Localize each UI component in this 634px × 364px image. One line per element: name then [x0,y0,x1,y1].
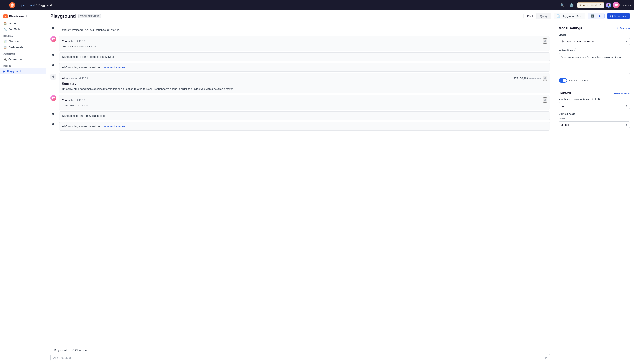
view-code-button[interactable]: { } View code [607,13,630,19]
context-fields-label: Context fields [559,112,630,116]
theme-toggle[interactable]: 🌓 [606,2,611,8]
breadcrumb-project[interactable]: Project [17,4,25,7]
user-message-1: TU You asked at 15:19 ⧉ Tell me about bo… [50,36,550,51]
instructions-label: Instructions ⓘ [559,48,630,52]
msg-ai-label2: AI [62,66,65,69]
view-code-label: View code [614,14,627,18]
document-sources-link2[interactable]: document sources [103,125,125,128]
sidebar-item-connectors[interactable]: 🔌 Connectors [0,56,46,62]
data-label: Data [596,14,601,18]
msg-text-user1: Tell me about books by Neal [62,44,547,49]
regenerate-button[interactable]: ↻ Regenerate [50,348,68,352]
model-settings-header: Model settings ✎ Manage [559,26,630,30]
citations-label: Include citations [569,79,589,82]
document-sources-link1[interactable]: document sources [103,66,125,69]
app-logo-icon: E [3,14,8,18]
sidebar-label-devtools: Dev Tools [8,28,20,31]
msg-ai-label3: AI [62,114,65,117]
msg-dot-ground2 [52,123,54,125]
docs-count-value: 10 [561,104,564,107]
learn-more-link[interactable]: Learn more ↗ [613,92,630,95]
msg-content-searching1: AI Searching "Tell me about books by Nea… [59,52,550,61]
viewer-dropdown[interactable]: viewer ▾ [621,4,632,7]
sidebar-section-content: Content [0,50,46,56]
author-select[interactable]: author ▾ [559,121,630,128]
connectors-icon: 🔌 [3,58,7,61]
playground-icon: ▶ [3,70,6,73]
citations-toggle-row: Include citations [559,78,630,83]
sidebar-item-playground[interactable]: ▶ Playground [0,68,46,74]
chat-input[interactable] [53,356,543,360]
docs-count-select[interactable]: 10 ▾ [559,102,630,109]
msg-content-grounding1: AI Grounding answer based on 1 document … [59,63,550,72]
playground-docs-button[interactable]: 📄 Playground Docs [554,13,585,19]
msg-text-ai1: I'm sorry, but I need more specific info… [62,87,547,91]
copy-button-ai1[interactable]: ⧉ [543,76,547,81]
external-link-icon2: ↗ [628,92,630,95]
doc-icon: 📄 [557,14,560,18]
elastic-logo [9,2,15,8]
main-layout: E Elasticsearch 🏠 Home 🔧 Dev Tools Kiban… [0,10,634,364]
ai-response-1: ⚙ AI responded at 15:19 126 / 16, [50,73,550,94]
msg-content-user2: You asked at 15:19 ⧉ The snow crash book [59,95,550,110]
user-avatar[interactable]: TU [613,2,620,8]
chat-messages: system Welcome! Ask a question to get st… [46,22,554,346]
manage-button[interactable]: ✎ Manage [616,27,630,30]
author-value: author [561,123,569,126]
regenerate-icon: ↻ [50,348,53,352]
model-select[interactable]: ⚙ OpenAI GPT-3.5 Turbo ▾ [559,38,630,45]
ai-searching-1: AI Searching "Tell me about books by Nea… [50,52,550,61]
context-section: Context Learn more ↗ Number of documents… [559,91,630,128]
chat-input-row: ➤ [50,354,550,362]
msg-ai-label4: AI [62,125,65,128]
ai-grounding-1: AI Grounding answer based on 1 document … [50,63,550,72]
nav-toggle-button[interactable]: ☰ [2,2,8,8]
page-title: Playground [50,14,76,19]
chat-area: system Welcome! Ask a question to get st… [46,22,554,364]
tech-preview-badge: TECH PREVIEW [78,14,101,18]
sidebar-item-discover[interactable]: 📊 Discover [0,38,46,44]
sidebar-label-dashboards: Dashboards [8,46,23,49]
msg-dot-ai2 [52,113,54,115]
devtools-icon: 🔧 [3,28,7,31]
chat-footer: ↻ Regenerate ↺ Clear chat ➤ [46,346,554,364]
msg-content-grounding2: AI Grounding answer based on 1 document … [59,122,550,131]
context-header: Context Learn more ↗ [559,91,630,95]
context-title: Context [559,91,571,95]
tab-chat[interactable]: Chat [524,14,536,19]
search-icon[interactable]: 🔍 [559,2,566,8]
msg-content-response1: AI responded at 15:19 126 / 16,385 token… [59,73,550,94]
settings-panel: Model settings ✎ Manage Model ⚙ OpenAI G… [554,22,634,364]
send-button[interactable]: ➤ [544,356,547,360]
citations-toggle[interactable] [559,78,567,83]
sidebar-section-kibana: Kibana [0,32,46,38]
sidebar-item-home[interactable]: 🏠 Home [0,20,46,26]
model-value: OpenAI GPT-3.5 Turbo [566,40,594,43]
discover-icon: 📊 [3,40,7,43]
clear-chat-button[interactable]: ↺ Clear chat [72,348,88,352]
msg-summary: Summary [62,82,547,85]
clear-icon: ↺ [72,348,74,352]
instructions-help-icon[interactable]: ⓘ [574,48,576,52]
instructions-textarea[interactable]: You are an assistant for question-answer… [559,53,630,74]
msg-content-system: system Welcome! Ask a question to get st… [59,26,550,34]
copy-button-user1[interactable]: ⧉ [543,38,547,44]
model-field-label: Model [559,34,630,36]
dashboards-icon: 📋 [3,46,7,49]
ai-robot-icon: ⚙ [50,74,56,80]
msg-dot-ai1 [52,54,54,56]
breadcrumb-build[interactable]: Build [28,4,35,7]
settings-icon[interactable]: ⚙️ [568,2,576,8]
main-content: Playground TECH PREVIEW Chat Query 📄 Pla… [46,10,634,364]
sidebar-item-devtools[interactable]: 🔧 Dev Tools [0,26,46,32]
copy-button-user2[interactable]: ⧉ [543,98,547,103]
data-button[interactable]: 🗄️ Data [588,13,604,19]
sidebar-item-dashboards[interactable]: 📋 Dashboards [0,44,46,50]
docs-count-chevron: ▾ [626,104,627,107]
give-feedback-button[interactable]: Give feedback ↗ [577,2,604,8]
clear-chat-label: Clear chat [75,348,88,352]
openai-icon: ⚙ [561,40,564,43]
books-label: books [559,117,630,120]
author-chevron: ▾ [626,124,627,126]
tab-query[interactable]: Query [536,14,551,19]
